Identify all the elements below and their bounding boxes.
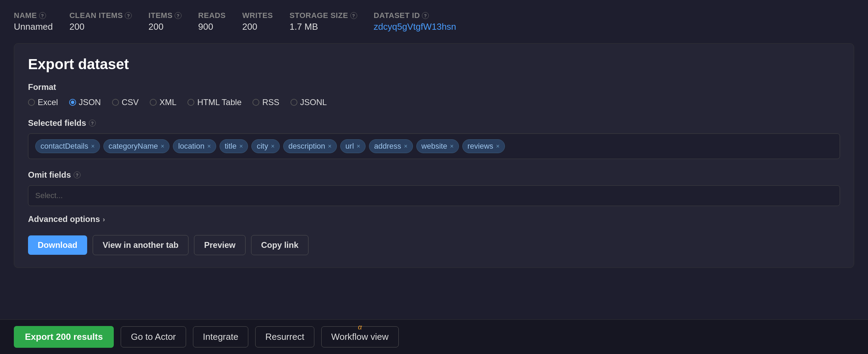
- field-tag-title: title ×: [220, 139, 248, 153]
- fields-container: contactDetails × categoryName × location…: [28, 133, 840, 159]
- stat-writes-value: 200: [242, 21, 273, 32]
- format-rss-label: RSS: [262, 97, 279, 107]
- omit-fields-label: Omit fields ?: [28, 170, 840, 180]
- main-content: NAME ? Unnamed CLEAN ITEMS ? 200 ITEMS ?…: [0, 0, 868, 319]
- selected-fields-label: Selected fields ?: [28, 118, 840, 128]
- workflow-view-button[interactable]: α Workflow view: [321, 326, 399, 347]
- remove-contactDetails-button[interactable]: ×: [91, 143, 95, 149]
- export-panel: Export dataset Format Excel JSON CSV XML: [14, 43, 854, 268]
- stat-dataset-id-value[interactable]: zdcyq5gVtgfW13hsn: [374, 21, 456, 32]
- remove-reviews-button[interactable]: ×: [496, 143, 500, 149]
- format-rss-radio[interactable]: [252, 99, 259, 106]
- stat-name-value: Unnamed: [14, 21, 53, 32]
- format-excel-label: Excel: [38, 97, 58, 107]
- remove-url-button[interactable]: ×: [357, 143, 360, 149]
- format-html-table-label: HTML Table: [197, 97, 241, 107]
- items-help-icon[interactable]: ?: [175, 12, 182, 19]
- stat-dataset-id-label: DATASET ID ?: [374, 11, 456, 20]
- field-tag-description: description ×: [283, 139, 337, 153]
- stat-writes: WRITES 200: [242, 11, 273, 32]
- stats-row: NAME ? Unnamed CLEAN ITEMS ? 200 ITEMS ?…: [14, 11, 854, 32]
- integrate-button[interactable]: Integrate: [193, 326, 249, 347]
- format-csv-radio[interactable]: [112, 99, 119, 106]
- omit-fields-select[interactable]: Select...: [28, 185, 840, 206]
- format-csv-label: CSV: [122, 97, 139, 107]
- stat-clean-items-label: CLEAN ITEMS ?: [70, 11, 132, 20]
- name-help-icon[interactable]: ?: [39, 12, 46, 19]
- format-json-radio[interactable]: [69, 99, 76, 106]
- stat-storage-size: STORAGE SIZE ? 1.7 MB: [289, 11, 357, 32]
- download-button[interactable]: Download: [28, 235, 87, 255]
- format-xml-radio[interactable]: [150, 99, 157, 106]
- alpha-badge: α: [358, 323, 362, 331]
- export-results-button[interactable]: Export 200 results: [14, 326, 114, 348]
- field-tag-contactDetails: contactDetails ×: [35, 139, 100, 153]
- field-tag-location: location ×: [173, 139, 216, 153]
- stat-items-label: ITEMS ?: [148, 11, 182, 20]
- view-in-another-tab-button[interactable]: View in another tab: [93, 235, 189, 255]
- stat-clean-items: CLEAN ITEMS ? 200: [70, 11, 132, 32]
- remove-title-button[interactable]: ×: [239, 143, 243, 149]
- format-jsonl-radio[interactable]: [290, 99, 297, 106]
- format-jsonl-label: JSONL: [300, 97, 327, 107]
- stat-reads: READS 900: [198, 11, 226, 32]
- go-to-actor-button[interactable]: Go to Actor: [121, 326, 186, 347]
- omit-fields-help-icon[interactable]: ?: [74, 171, 81, 178]
- footer-bar: Export 200 results Go to Actor Integrate…: [0, 319, 868, 354]
- field-tag-website: website ×: [416, 139, 459, 153]
- resurrect-button[interactable]: Resurrect: [255, 326, 314, 347]
- preview-button[interactable]: Preview: [194, 235, 246, 255]
- field-tag-url: url ×: [340, 139, 366, 153]
- action-buttons: Download View in another tab Preview Cop…: [28, 235, 840, 255]
- advanced-options-toggle[interactable]: Advanced options ›: [28, 214, 840, 224]
- format-rss[interactable]: RSS: [252, 97, 279, 107]
- remove-categoryName-button[interactable]: ×: [161, 143, 165, 149]
- field-tag-reviews: reviews ×: [462, 139, 505, 153]
- dataset-id-help-icon[interactable]: ?: [422, 12, 429, 19]
- remove-website-button[interactable]: ×: [450, 143, 454, 149]
- format-csv[interactable]: CSV: [112, 97, 139, 107]
- stat-items: ITEMS ? 200: [148, 11, 182, 32]
- field-tag-categoryName: categoryName ×: [103, 139, 170, 153]
- stat-dataset-id: DATASET ID ? zdcyq5gVtgfW13hsn: [374, 11, 456, 32]
- stat-storage-size-value: 1.7 MB: [289, 21, 357, 32]
- export-title: Export dataset: [28, 56, 840, 73]
- stat-reads-value: 900: [198, 21, 226, 32]
- remove-city-button[interactable]: ×: [271, 143, 275, 149]
- format-html-table-radio[interactable]: [187, 99, 194, 106]
- stat-reads-label: READS: [198, 11, 226, 20]
- stat-writes-label: WRITES: [242, 11, 273, 20]
- field-tag-address: address ×: [369, 139, 413, 153]
- advanced-options-chevron-icon: ›: [103, 215, 105, 223]
- stat-clean-items-value: 200: [70, 21, 132, 32]
- stat-storage-size-label: STORAGE SIZE ?: [289, 11, 357, 20]
- clean-items-help-icon[interactable]: ?: [125, 12, 132, 19]
- field-tag-city: city ×: [251, 139, 280, 153]
- format-xml[interactable]: XML: [150, 97, 176, 107]
- stat-name-label: NAME ?: [14, 11, 53, 20]
- format-jsonl[interactable]: JSONL: [290, 97, 327, 107]
- format-label: Format: [28, 82, 840, 92]
- format-excel-radio[interactable]: [28, 99, 35, 106]
- remove-address-button[interactable]: ×: [404, 143, 408, 149]
- format-json-label: JSON: [79, 97, 101, 107]
- format-json[interactable]: JSON: [69, 97, 101, 107]
- selected-fields-help-icon[interactable]: ?: [89, 120, 96, 127]
- copy-link-button[interactable]: Copy link: [251, 235, 308, 255]
- format-xml-label: XML: [159, 97, 176, 107]
- stat-name: NAME ? Unnamed: [14, 11, 53, 32]
- remove-location-button[interactable]: ×: [207, 143, 211, 149]
- format-row: Excel JSON CSV XML HTML Table RSS: [28, 97, 840, 107]
- stat-items-value: 200: [148, 21, 182, 32]
- remove-description-button[interactable]: ×: [328, 143, 332, 149]
- format-html-table[interactable]: HTML Table: [187, 97, 241, 107]
- format-excel[interactable]: Excel: [28, 97, 58, 107]
- storage-size-help-icon[interactable]: ?: [350, 12, 357, 19]
